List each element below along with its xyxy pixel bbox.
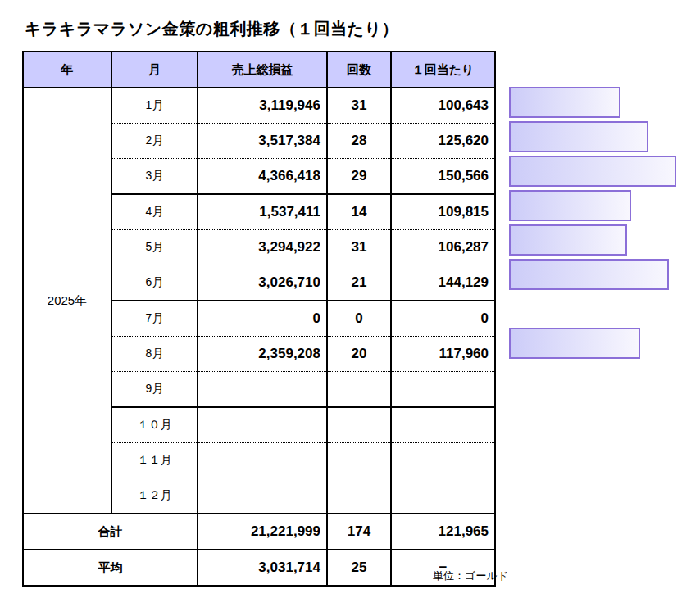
gross-cell: 4,366,418	[198, 159, 327, 195]
count-cell: 31	[327, 230, 391, 265]
page-title: キラキラマラソン金策の粗利推移（１回当たり）	[25, 18, 398, 40]
month-cell: 6月	[111, 265, 198, 301]
per-run-cell: 144,129	[391, 265, 495, 301]
per-run-cell	[391, 443, 495, 478]
count-cell: 21	[327, 265, 391, 301]
per-run-cell: 117,960	[391, 337, 495, 372]
per-run-cell: 150,566	[391, 159, 495, 195]
total-per-run-cell: 121,965	[391, 514, 495, 550]
data-bar-mar	[509, 156, 676, 187]
month-cell: 3月	[111, 159, 198, 195]
total-label: 合計	[23, 514, 198, 550]
profit-table: 年 月 売上総損益 回数 １回当たり 2025年 1月 3,119,946 31…	[22, 51, 496, 587]
month-cell: 5月	[111, 230, 198, 265]
count-cell: 0	[327, 301, 391, 337]
gross-cell	[198, 443, 327, 478]
per-run-cell	[391, 372, 495, 408]
gross-cell: 0	[198, 301, 327, 337]
gross-cell: 3,517,384	[198, 124, 327, 159]
header-gross: 売上総損益	[198, 52, 327, 88]
header-month: 月	[111, 52, 198, 88]
data-bar-feb	[509, 121, 648, 152]
gross-cell	[198, 372, 327, 408]
data-bar-apr	[509, 190, 631, 221]
month-cell: 4月	[111, 194, 198, 230]
month-cell: １１月	[111, 443, 198, 478]
month-cell: 8月	[111, 337, 198, 372]
data-bar-may	[509, 224, 627, 256]
month-cell: 9月	[111, 372, 198, 408]
count-cell: 28	[327, 124, 391, 159]
count-cell: 31	[327, 88, 391, 124]
count-cell	[327, 407, 391, 443]
per-run-cell	[391, 478, 495, 514]
count-cell	[327, 478, 391, 514]
data-bar-jun	[509, 259, 669, 290]
month-cell: 1月	[111, 88, 198, 124]
gross-cell: 3,294,922	[198, 230, 327, 265]
count-cell	[327, 443, 391, 478]
count-cell: 14	[327, 194, 391, 230]
header-per-run: １回当たり	[391, 52, 495, 88]
per-run-cell	[391, 407, 495, 443]
table-row-jan: 2025年 1月 3,119,946 31 100,643	[23, 88, 495, 124]
gross-cell: 3,119,946	[198, 88, 327, 124]
total-gross-cell: 21,221,999	[198, 514, 327, 550]
per-run-cell: 106,287	[391, 230, 495, 265]
count-cell	[327, 372, 391, 408]
count-cell: 20	[327, 337, 391, 372]
month-cell: １０月	[111, 407, 198, 443]
gross-cell: 2,359,208	[198, 337, 327, 372]
gross-cell: 1,537,411	[198, 194, 327, 230]
per-run-cell: 109,815	[391, 194, 495, 230]
gross-cell: 3,026,710	[198, 265, 327, 301]
year-cell: 2025年	[23, 88, 111, 514]
per-run-cell: 100,643	[391, 88, 495, 124]
month-cell: １２月	[111, 478, 198, 514]
total-count-cell: 174	[327, 514, 391, 550]
month-cell: 2月	[111, 124, 198, 159]
total-row: 合計 21,221,999 174 121,965	[23, 514, 495, 550]
data-bar-jan	[509, 87, 620, 118]
header-count: 回数	[327, 52, 391, 88]
count-cell: 29	[327, 159, 391, 195]
per-run-cell: 0	[391, 301, 495, 337]
gross-cell	[198, 407, 327, 443]
per-run-cell: 125,620	[391, 124, 495, 159]
month-cell: 7月	[111, 301, 198, 337]
header-year: 年	[23, 52, 111, 88]
gross-cell	[198, 478, 327, 514]
unit-note: 単位：ゴールド	[22, 569, 508, 583]
header-row: 年 月 売上総損益 回数 １回当たり	[23, 52, 495, 88]
data-bar-aug	[509, 328, 640, 359]
